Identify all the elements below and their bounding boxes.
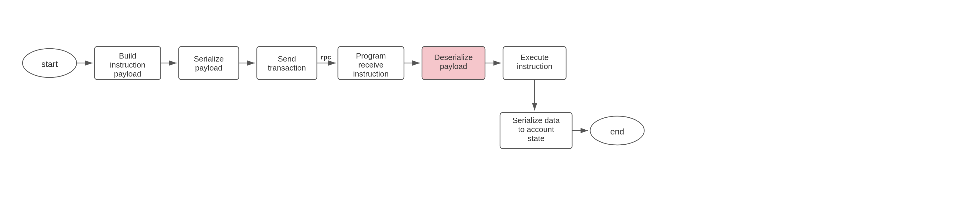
start-label: start xyxy=(41,59,58,69)
program-label2: receive xyxy=(358,60,383,69)
build-label: Build xyxy=(119,51,136,60)
serialize2-label2: to account xyxy=(518,125,554,134)
serialize2-label: Serialize data xyxy=(512,116,560,125)
end-label: end xyxy=(610,127,624,136)
diagram-container: start Build instruction payload Serializ… xyxy=(0,0,980,214)
execute-label: Execute xyxy=(520,53,549,62)
send-label2: transaction xyxy=(267,63,306,72)
deserialize-label: Deserialize xyxy=(434,53,473,62)
build-label2: instruction xyxy=(110,60,146,69)
send-label: Send xyxy=(278,54,296,63)
execute-label2: instruction xyxy=(517,62,553,71)
serialize1-label2: payload xyxy=(195,63,222,72)
build-label3: payload xyxy=(114,69,141,78)
serialize2-label3: state xyxy=(528,134,544,143)
deserialize-label2: payload xyxy=(440,62,467,71)
rpc-label: rpc xyxy=(321,54,331,61)
serialize1-label: Serialize xyxy=(194,54,224,63)
program-label: Program xyxy=(356,51,386,60)
program-label3: instruction xyxy=(353,69,389,78)
